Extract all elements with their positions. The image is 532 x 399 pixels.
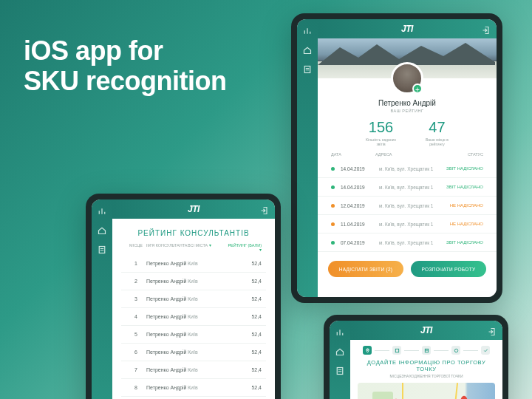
svg-point-6 [454, 349, 457, 352]
map-pin[interactable] [461, 396, 467, 399]
home-icon[interactable] [98, 226, 106, 235]
stat-rank: 47 Ваше місце в рейтингу [426, 119, 449, 146]
svg-rect-0 [304, 66, 310, 73]
rank-row[interactable]: 3Петренко АндрійКиїв52,4 [121, 290, 266, 308]
profile-name: Петренко Андрій [318, 99, 497, 107]
exit-icon[interactable] [260, 205, 269, 214]
report-row[interactable]: 14.04.2019 м. Київ, вул. Хрещатик 1 ЗВІТ… [318, 178, 497, 197]
logo: JTI [188, 204, 200, 214]
city-filter[interactable]: ВСІ МІСТА [188, 243, 225, 252]
stepper [358, 346, 495, 355]
chart-icon[interactable] [335, 328, 344, 337]
topbar: JTI [350, 321, 502, 340]
rank-row[interactable]: 4Петренко АндрійКиїв52,4 [121, 308, 266, 326]
topbar: JTI [112, 200, 275, 219]
topbar: JTI [318, 19, 497, 38]
rank-row[interactable]: 2Петренко АндрійКиїв52,4 [121, 273, 266, 290]
sidebar [92, 200, 112, 399]
profile-subtitle: ВАШ РЕЙТИНГ [318, 109, 497, 113]
step-4[interactable] [451, 346, 460, 355]
home-icon[interactable] [335, 347, 344, 356]
reports-list: 14.04.2019 м. Київ, вул. Хрещатик 1 ЗВІТ… [318, 160, 497, 252]
svg-rect-2 [337, 368, 343, 375]
exit-icon[interactable] [482, 24, 491, 33]
doc-icon[interactable] [98, 245, 106, 254]
start-work-button[interactable]: РОЗПОЧАТИ РОБОТУ [411, 261, 486, 277]
logo: JTI [401, 24, 413, 34]
report-row[interactable]: 07.04.2019 м. Київ, вул. Хрещатик 1 ЗВІТ… [318, 233, 497, 252]
score-sort[interactable]: РЕЙТИНГ (БАЛИ) [225, 243, 262, 252]
chart-icon[interactable] [303, 27, 312, 35]
doc-icon[interactable] [303, 65, 312, 74]
avatar-add-icon[interactable]: + [412, 83, 423, 94]
report-row[interactable]: 14.04.2019 м. Київ, вул. Хрещатик 1 ЗВІТ… [318, 160, 497, 178]
add-store-sub: МІСЦЕЗНАХОДЖЕННЯ ТОРГОВОЇ ТОЧКИ [358, 374, 495, 378]
ranking-list: 1Петренко АндрійКиїв52,42Петренко Андрій… [121, 255, 266, 397]
stat-reports: 156 Кількість наданих звітів [366, 119, 396, 146]
report-row[interactable]: 12.04.2019 м. Київ, вул. Хрещатик 1 НЕ Н… [318, 197, 497, 215]
rank-row[interactable]: 7Петренко АндрійКиїв52,4 [121, 361, 266, 379]
rank-row[interactable]: 6Петренко АндрійКиїв52,4 [121, 344, 266, 361]
sidebar [297, 19, 318, 297]
report-row[interactable]: 11.04.2019 м. Київ, вул. Хрещатик 1 НЕ Н… [318, 215, 497, 233]
step-1[interactable] [363, 346, 372, 355]
send-reports-button[interactable]: НАДІСЛАТИ ЗВІТИ (2) [328, 261, 403, 277]
logo: JTI [420, 325, 432, 335]
tablet-add-store: JTI ДОДАЙТЕ ІНФОРМАЦІЮ ПРО ТОРГОВУ ТОЧКУ… [324, 315, 508, 399]
map[interactable] [358, 383, 495, 399]
ranking-header: МІСЦЕ ІМ'Я КОНСУЛЬТАНТА ВСІ МІСТА РЕЙТИН… [121, 243, 266, 255]
home-icon[interactable] [303, 46, 312, 55]
step-3[interactable] [422, 346, 431, 355]
hero-title: iOS app for SKU recognition [24, 35, 227, 97]
avatar[interactable]: + [391, 62, 423, 95]
rank-row[interactable]: 5Петренко АндрійКиїв52,4 [121, 326, 266, 344]
chart-icon[interactable] [98, 207, 106, 216]
svg-rect-1 [99, 247, 105, 253]
add-store-title: ДОДАЙТЕ ІНФОРМАЦІЮ ПРО ТОРГОВУ ТОЧКУ [358, 359, 495, 372]
doc-icon[interactable] [335, 366, 344, 375]
rank-row[interactable]: 1Петренко АндрійКиїв52,4 [121, 255, 266, 273]
reports-header: ДАТА АДРЕСА СТАТУС [318, 146, 497, 160]
exit-icon[interactable] [488, 326, 497, 335]
ranking-title: РЕЙТИНГ КОНСУЛЬТАНТІВ [121, 229, 266, 237]
rank-row[interactable]: 8Петренко АндрійКиїв52,4 [121, 379, 266, 397]
sidebar [330, 321, 350, 399]
step-5[interactable] [481, 346, 490, 355]
svg-rect-4 [395, 349, 398, 352]
tablet-profile: JTI + Петренко Андрій ВАШ РЕЙТИНГ 156 [291, 13, 502, 303]
tablet-ranking: JTI РЕЙТИНГ КОНСУЛЬТАНТІВ МІСЦЕ ІМ'Я КОН… [86, 194, 281, 399]
svg-point-3 [366, 349, 368, 350]
step-2[interactable] [392, 346, 401, 355]
